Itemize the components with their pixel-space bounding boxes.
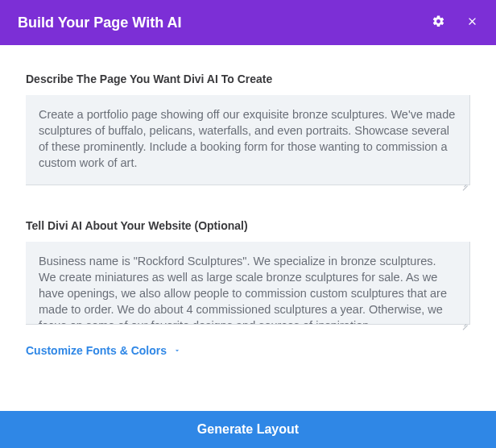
describe-label: Describe The Page You Want Divi AI To Cr…: [26, 73, 470, 85]
customize-fonts-colors-link[interactable]: Customize Fonts & Colors: [26, 344, 470, 357]
close-icon[interactable]: [466, 15, 478, 31]
header-bar: Build Your Page With AI: [0, 0, 496, 45]
about-textarea[interactable]: [26, 242, 470, 325]
customize-label: Customize Fonts & Colors: [26, 344, 167, 357]
generate-layout-button[interactable]: Generate Layout: [0, 411, 496, 448]
describe-textarea[interactable]: [26, 95, 470, 185]
about-label: Tell Divi AI About Your Website (Optiona…: [26, 219, 470, 232]
describe-textarea-wrap: [26, 95, 470, 189]
gear-icon[interactable]: [432, 15, 445, 31]
chevron-down-icon: [173, 344, 181, 357]
content-area: Describe The Page You Want Divi AI To Cr…: [0, 45, 496, 365]
about-textarea-wrap: [26, 242, 470, 328]
page-title: Build Your Page With AI: [18, 15, 182, 31]
header-icons: [432, 15, 478, 31]
